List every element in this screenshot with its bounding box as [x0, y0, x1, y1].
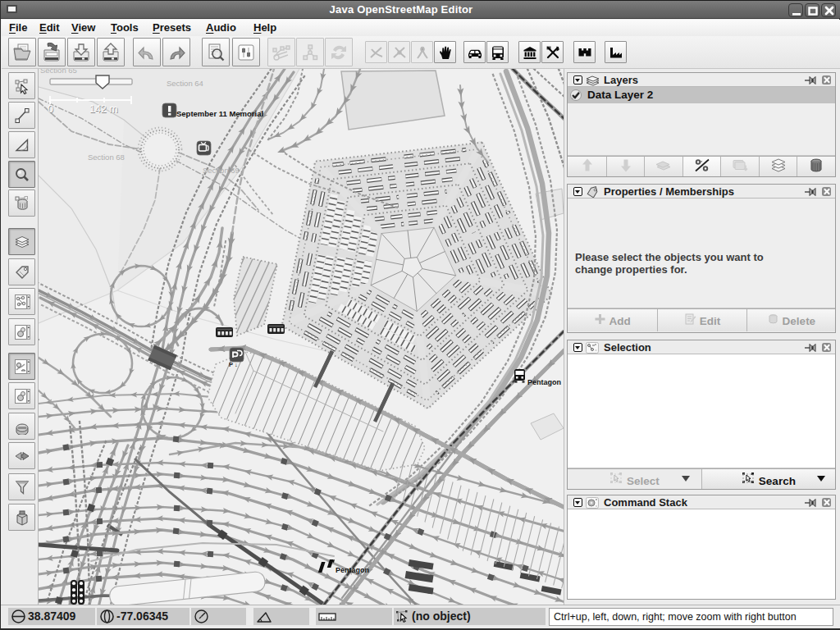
svg-text:P ↓: P ↓ — [229, 361, 238, 368]
svg-text:0: 0 — [48, 103, 53, 115]
svg-text:September 11 Memorial: September 11 Memorial — [176, 109, 263, 118]
svg-text:Section 64: Section 64 — [167, 79, 203, 88]
svg-text:Section 68: Section 68 — [88, 153, 125, 162]
svg-text:142 m: 142 m — [89, 103, 118, 115]
svg-text:Pentagon: Pentagon — [527, 378, 561, 386]
svg-text:Section 69: Section 69 — [203, 166, 240, 175]
svg-text:Section 65: Section 65 — [40, 69, 77, 75]
svg-text:Pentagon: Pentagon — [336, 566, 369, 574]
